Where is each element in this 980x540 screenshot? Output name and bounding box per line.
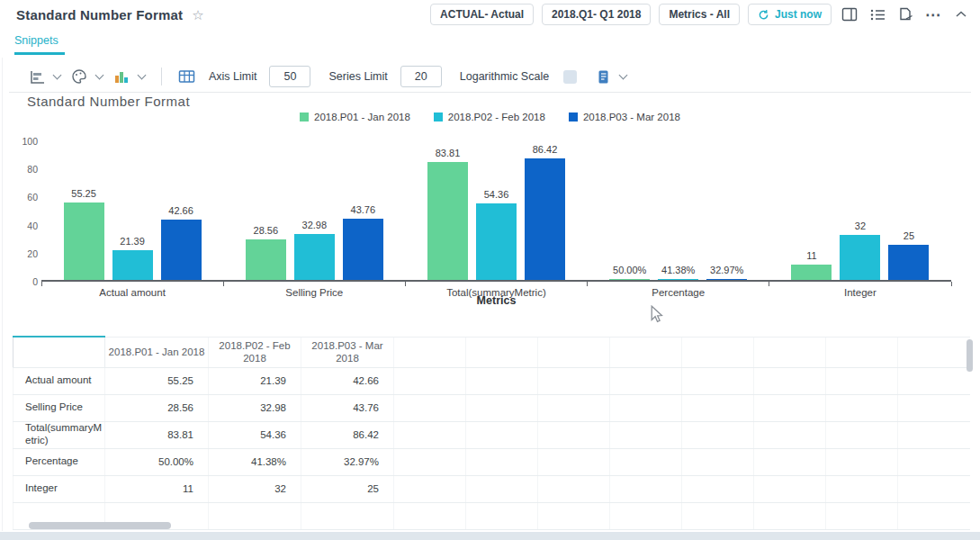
- list-view-button[interactable]: [868, 4, 887, 24]
- legend-item[interactable]: 2018.P01 - Jan 2018: [300, 112, 410, 122]
- grid-value-cell[interactable]: 28.56: [105, 394, 209, 421]
- grid-empty-header: [754, 337, 826, 367]
- grid-value-cell[interactable]: 55.25: [105, 367, 209, 394]
- chart-bar[interactable]: [609, 279, 650, 280]
- grid-value-cell[interactable]: 43.76: [301, 394, 394, 421]
- chart-bar[interactable]: [64, 202, 104, 280]
- grid-value-cell[interactable]: 11: [105, 475, 209, 502]
- grid-empty-cell: [394, 502, 466, 529]
- page-title: Standard Number Format: [16, 7, 183, 22]
- export-button[interactable]: [593, 67, 613, 86]
- filter-pill[interactable]: ACTUAL- Actual: [430, 4, 534, 25]
- chart-style-dropdown-chevron[interactable]: [138, 71, 147, 80]
- chart-bar[interactable]: [706, 279, 747, 280]
- filter-pill[interactable]: 2018.Q1- Q1 2018: [542, 4, 651, 25]
- legend-label: 2018.P01 - Jan 2018: [314, 112, 410, 122]
- collapse-header-button[interactable]: [951, 4, 971, 24]
- grid-value-cell[interactable]: 21.39: [209, 367, 301, 394]
- grid-value-cell[interactable]: 54.36: [209, 421, 301, 448]
- chart-type-button[interactable]: [27, 67, 47, 86]
- grid-value-cell[interactable]: 32.98: [209, 394, 301, 421]
- grid-empty-cell: [682, 448, 754, 475]
- x-axis-tick: [405, 282, 406, 286]
- grid-empty-cell: [466, 421, 538, 448]
- export-dropdown-chevron[interactable]: [619, 71, 628, 80]
- grid-empty-cell: [394, 475, 466, 502]
- chart-bar[interactable]: [427, 162, 468, 280]
- grid-empty-cell: [538, 448, 610, 475]
- grid-empty-cell: [538, 394, 610, 421]
- bar-value-label: 86.42: [521, 144, 570, 155]
- grid-row-label[interactable]: Percentage: [13, 448, 105, 475]
- grid-empty-cell: [610, 502, 682, 529]
- grid-value-cell[interactable]: 86.42: [301, 421, 394, 448]
- chart-bar[interactable]: [476, 203, 517, 280]
- grid-empty-cell: [538, 367, 610, 394]
- panel-view-button[interactable]: [840, 4, 859, 24]
- filter-pill[interactable]: Metrics - All: [659, 4, 740, 25]
- grid-empty-cell: [826, 502, 898, 529]
- panel-icon: [841, 7, 858, 22]
- chart-bar[interactable]: [343, 219, 383, 280]
- legend-label: 2018.P03 - Mar 2018: [583, 112, 680, 122]
- chart-type-dropdown-chevron[interactable]: [53, 71, 62, 80]
- toolbar-divider: [161, 68, 162, 86]
- grid-row-label[interactable]: Total(summaryMetric): [13, 421, 105, 448]
- grid-empty-header: [466, 337, 538, 367]
- tab-snippets[interactable]: Snippets: [14, 34, 65, 55]
- grid-value-cell[interactable]: 83.81: [105, 421, 209, 448]
- grid-empty-cell: [466, 448, 538, 475]
- grid-empty-cell: [826, 367, 898, 394]
- chart-bar[interactable]: [161, 220, 202, 280]
- grid-value-cell[interactable]: 32.97%: [301, 448, 394, 475]
- grid-empty-cell: [682, 421, 754, 448]
- chart-bar[interactable]: [840, 235, 880, 280]
- color-palette-button[interactable]: [69, 67, 89, 86]
- bar-value-label: 43.76: [338, 204, 387, 215]
- refresh-status-pill[interactable]: Just now: [748, 4, 832, 25]
- legend-item[interactable]: 2018.P02 - Feb 2018: [434, 112, 545, 122]
- column-chart-icon: [113, 69, 130, 85]
- table-vertical-scrollbar[interactable]: [967, 339, 973, 372]
- legend-swatch: [300, 112, 309, 122]
- grid-empty-cell: [610, 448, 682, 475]
- grid-value-cell[interactable]: 32: [209, 475, 301, 502]
- edit-document-button[interactable]: [895, 4, 915, 24]
- favorite-star-icon[interactable]: ☆: [192, 8, 203, 22]
- table-horizontal-scrollbar[interactable]: [29, 522, 171, 529]
- grid-empty-cell: [538, 502, 610, 529]
- chart-style-button[interactable]: [112, 67, 131, 86]
- grid-view-button[interactable]: [176, 67, 196, 86]
- grid-row-label[interactable]: Selling Price: [13, 394, 105, 421]
- table-row: Percentage50.00%41.38%32.97%: [13, 448, 970, 475]
- axis-limit-input[interactable]: [269, 66, 310, 87]
- more-options-button[interactable]: ⋯: [923, 4, 943, 24]
- legend-item[interactable]: 2018.P03 - Mar 2018: [569, 112, 680, 122]
- grid-value-cell[interactable]: 41.38%: [209, 448, 301, 475]
- chart-bar[interactable]: [888, 245, 929, 280]
- bar-value-label: 25: [885, 230, 933, 241]
- chart-bar[interactable]: [112, 250, 153, 280]
- y-tick-label: 80: [13, 164, 38, 175]
- grid-value-cell[interactable]: 50.00%: [105, 448, 209, 475]
- grid-column-header[interactable]: 2018.P01 - Jan 2018: [105, 337, 209, 367]
- grid-column-header[interactable]: 2018.P03 - Mar 2018: [301, 337, 394, 367]
- grid-column-header[interactable]: 2018.P02 - Feb 2018: [209, 337, 301, 367]
- chart-bar[interactable]: [791, 265, 832, 280]
- chart-bar[interactable]: [525, 158, 565, 280]
- grid-row-label[interactable]: Actual amount: [13, 367, 105, 394]
- chart-bar[interactable]: [294, 234, 335, 280]
- series-limit-input[interactable]: [400, 66, 442, 87]
- grid-row-label[interactable]: Integer: [13, 475, 105, 502]
- palette-dropdown-chevron[interactable]: [95, 71, 104, 80]
- document-edit-icon: [898, 7, 913, 22]
- chevron-up-icon: [956, 11, 967, 18]
- grid-corner-cell[interactable]: [13, 337, 105, 367]
- chart-bar[interactable]: [658, 279, 698, 280]
- grid-value-cell[interactable]: 42.66: [301, 367, 394, 394]
- chart-bar[interactable]: [246, 239, 286, 280]
- panel-border: [2, 58, 3, 531]
- logarithmic-scale-checkbox[interactable]: [563, 70, 577, 84]
- top-header: Standard Number Format ☆ ACTUAL- Actual2…: [0, 0, 980, 29]
- grid-value-cell[interactable]: 25: [301, 475, 394, 502]
